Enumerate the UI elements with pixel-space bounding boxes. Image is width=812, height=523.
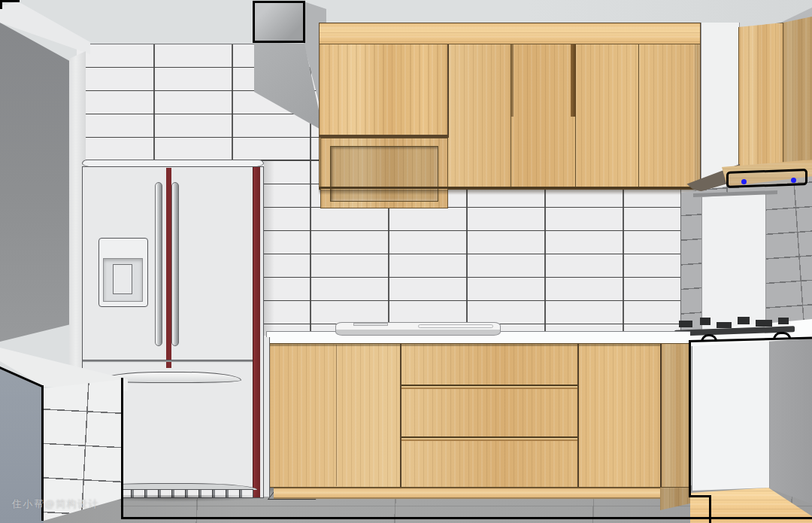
soffit-box-top[interactable] xyxy=(253,1,305,43)
upper-left-framed-door[interactable] xyxy=(320,138,448,208)
drawer-groove-2[interactable] xyxy=(401,436,577,441)
base-cabinet-faces xyxy=(269,343,690,488)
upper-door-handle-groove[interactable] xyxy=(571,44,576,117)
left-door-opening[interactable] xyxy=(0,0,74,348)
right-end-gray-wall xyxy=(768,320,812,520)
sink-detail-tab xyxy=(353,323,388,326)
base-counter-shadow xyxy=(270,344,689,346)
base-left-door-stile xyxy=(336,345,337,486)
counter-outline-vertical xyxy=(689,342,691,497)
kitchen-3d-viewport: 住小帮@简构设计 xyxy=(0,0,812,523)
base-seam-2 xyxy=(577,344,579,487)
corner-wall-cabinet-front[interactable] xyxy=(738,23,783,169)
right-wall-white-panel xyxy=(701,193,766,334)
hood-screw-dot-1 xyxy=(741,179,747,184)
counter-outline-bump-2 xyxy=(773,332,791,340)
cooktop-grate-1 xyxy=(679,321,692,327)
fridge-handle-left[interactable] xyxy=(155,182,162,346)
fridge-door-gap xyxy=(83,360,253,362)
upper-door-handle-groove-2[interactable] xyxy=(511,44,514,117)
upper-cabinets[interactable] xyxy=(319,23,701,190)
water-dispenser[interactable] xyxy=(98,238,148,307)
base-cabinet-left-wall-sliver xyxy=(263,337,270,497)
corner-wall-cabinet-side xyxy=(783,17,812,169)
fridge-handle-right[interactable] xyxy=(171,182,179,346)
upper-cabinet-bottom-edge xyxy=(320,187,700,189)
base-corner-section[interactable] xyxy=(660,344,689,487)
floor-edge xyxy=(121,517,812,519)
base-seam-1 xyxy=(400,344,401,487)
cooktop-grate-3 xyxy=(717,322,732,328)
upper-door-seam-3 xyxy=(638,44,639,189)
drawer-groove-1[interactable] xyxy=(401,385,577,389)
counter-outline-step-h xyxy=(689,495,711,497)
fridge-right-trim xyxy=(253,167,260,497)
dispenser-paddle[interactable] xyxy=(113,264,132,294)
fridge-center-trim xyxy=(166,168,171,368)
cooktop-grate-2 xyxy=(700,318,710,325)
hood-screw-dot-2 xyxy=(791,178,796,183)
sink-detail-line xyxy=(418,324,493,328)
cooktop-grate-5 xyxy=(756,320,772,327)
cooktop-grate-4 xyxy=(738,317,750,324)
toe-kick xyxy=(274,488,687,499)
cooktop-grate-6 xyxy=(778,318,789,324)
fridge-wall-shadow xyxy=(264,161,274,336)
upper-cabinet-top-rail xyxy=(320,23,700,44)
upper-left-flap-door[interactable] xyxy=(320,44,449,135)
selection-corner-mark xyxy=(0,0,20,9)
upper-cabinet-right-gable xyxy=(695,44,700,189)
right-counter-end-panel xyxy=(692,339,770,491)
wall-corner-edge xyxy=(680,188,681,337)
base-cabinets[interactable] xyxy=(269,343,690,501)
upper-cabinet-shadow xyxy=(319,190,701,195)
watermark: 住小帮@简构设计 xyxy=(12,497,99,511)
left-knee-wall[interactable] xyxy=(121,378,123,519)
